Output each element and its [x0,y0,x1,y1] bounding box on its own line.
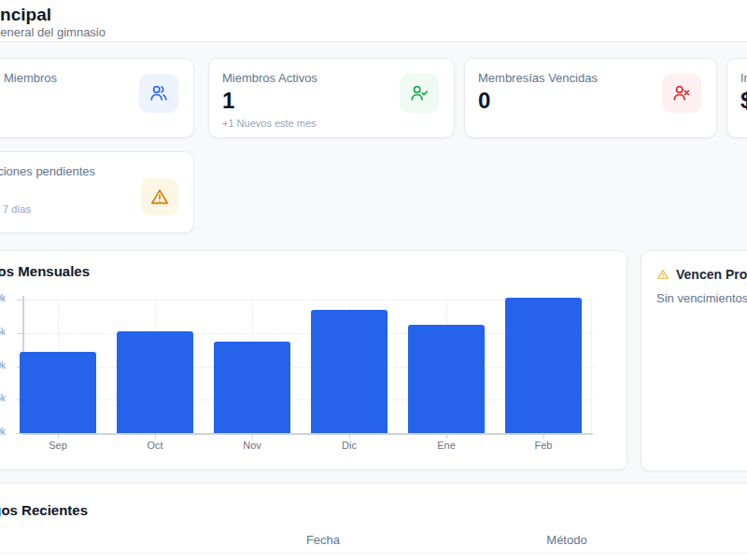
chart-bar-sep [20,352,96,433]
chart-bar-feb [505,298,582,433]
column-header-metodo: Método [539,533,595,547]
column-header-fecha: Fecha [295,533,351,547]
stat-label: Ingresos del Mes [740,71,747,85]
stat-card-miembros-activos: Miembros Activos 1 +1 Nuevos este mes [208,58,455,138]
users-icon [139,74,178,113]
x-axis-tick-label: Dic [321,440,377,451]
y-axis-tick-label: 0k [0,427,6,437]
panel-empty-message: Sin vencimientos próximos [656,291,747,305]
stat-card-total-miembros: Total Miembros [0,58,194,138]
chart-bar-oct [117,331,193,433]
y-axis-tick-label: 20k [0,293,6,303]
chart-bar-ene [408,325,485,433]
user-check-icon [400,74,439,113]
pagos-recientes-card: Pagos Recientes Fecha Método [0,483,747,560]
stat-subtitle: +1 Nuevos este mes [222,118,441,129]
vencen-pronto-panel: Vencen Pronto Sin vencimientos próximos [641,250,747,471]
x-axis-tick-label: Sep [30,440,86,451]
alert-triangle-icon [656,268,669,281]
page-subtitle: Vista general del gimnasio [0,25,106,39]
y-axis-tick-label: 5k [0,393,6,403]
x-axis-tick-label: Feb [515,440,571,451]
section-title: Pagos Recientes [0,502,88,518]
stat-label: Total Miembros [0,71,57,85]
chart-bar-dic [311,310,388,433]
x-axis-tickmark [349,435,350,439]
page-header: Panel Principal Vista general del gimnas… [0,0,747,42]
x-axis-tickmark [446,435,447,439]
y-axis-tick-label: 10k [0,360,6,371]
stat-subtitle: Próximos 7 días [0,203,31,215]
chart-bar-nov [214,342,290,433]
stat-card-ingresos: Ingresos del Mes $ [726,58,747,138]
x-axis-tick-label: Oct [127,440,183,451]
user-x-icon [662,74,701,113]
x-axis-line [22,433,593,435]
x-axis-tickmark [252,435,253,439]
page-title: Panel Principal [0,5,51,25]
monthly-income-chart-card: Ingresos Mensuales 20k15k10k5k0kSepOctNo… [0,250,627,470]
panel-title-row: Vencen Pronto [656,267,747,282]
x-axis-tickmark [155,435,156,439]
y-axis-tick-label: 15k [0,327,6,337]
x-axis-tickmark [543,435,544,439]
alert-triangle-icon [141,178,178,216]
table-header-row: Fecha Método [0,527,747,553]
x-axis-tick-label: Ene [418,440,474,451]
gym-dashboard-screen: Panel Principal Vista general del gimnas… [0,0,747,560]
panel-title: Vencen Pronto [676,267,747,282]
chart-gridline-v [591,300,592,433]
card-renovaciones-pendientes: Renovaciones pendientes Próximos 7 días [0,151,194,233]
x-axis-tick-label: Nov [224,440,280,451]
stat-label: Renovaciones pendientes [0,164,95,178]
x-axis-tickmark [58,435,59,439]
stat-card-membresias-vencidas: Membresías Vencidas 0 [464,58,717,138]
stat-value: $ [740,90,747,112]
chart-title: Ingresos Mensuales [0,263,90,279]
